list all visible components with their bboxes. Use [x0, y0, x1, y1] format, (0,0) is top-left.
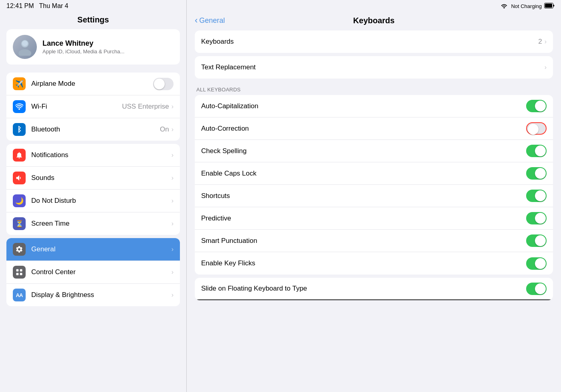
shortcuts-label: Shortcuts	[201, 192, 526, 200]
back-chevron-icon: ‹	[195, 15, 198, 26]
battery-icon	[544, 3, 555, 10]
sidebar-item-wifi[interactable]: Wi-Fi USS Enterprise ›	[6, 95, 180, 118]
svg-point-3	[22, 40, 28, 46]
auto-correction-row[interactable]: Auto-Correction	[195, 117, 553, 140]
text-replacement-group: Text Replacement ›	[195, 56, 553, 79]
keyboards-row[interactable]: Keyboards 2 ›	[195, 30, 553, 53]
sidebar-item-donotdisturb[interactable]: 🌙 Do Not Disturb ›	[6, 190, 180, 212]
notifications-icon	[13, 149, 26, 162]
smart-punctuation-toggle[interactable]	[526, 234, 547, 247]
enable-caps-lock-label: Enable Caps Lock	[201, 170, 526, 178]
profile-name: Lance Whitney	[42, 39, 125, 48]
wifi-chevron: ›	[172, 103, 174, 110]
all-keyboards-header: ALL KEYBOARDS	[195, 82, 553, 95]
profile-subtitle: Apple ID, iCloud, Media & Purcha...	[42, 48, 125, 55]
svg-rect-5	[20, 269, 22, 272]
predictive-label: Predictive	[201, 214, 526, 222]
enable-caps-lock-row[interactable]: Enable Caps Lock	[195, 162, 553, 185]
sidebar-item-screentime[interactable]: ⏳ Screen Time ›	[6, 212, 180, 235]
bluetooth-value: On	[160, 125, 169, 133]
notifications-label: Notifications	[31, 151, 172, 159]
auto-correction-toggle[interactable]	[526, 122, 547, 135]
auto-capitalization-row[interactable]: Auto-Capitalization	[195, 95, 553, 117]
slide-floating-keyboard-group: Slide on Floating Keyboard to Type	[195, 278, 553, 300]
sidebar-item-notifications[interactable]: Notifications ›	[6, 144, 180, 167]
donotdisturb-icon: 🌙	[13, 194, 26, 207]
enable-key-flicks-row[interactable]: Enable Key Flicks	[195, 252, 553, 275]
avatar	[13, 35, 37, 59]
general-chevron: ›	[172, 246, 174, 253]
svg-point-1	[18, 49, 31, 56]
sounds-label: Sounds	[31, 174, 172, 182]
wifi-value: USS Enterprise	[122, 103, 169, 111]
sidebar-item-general[interactable]: General ›	[6, 238, 180, 261]
donotdisturb-label: Do Not Disturb	[31, 197, 172, 205]
battery-status: Not Charging	[511, 3, 555, 10]
screentime-icon: ⏳	[13, 217, 26, 230]
controlcenter-icon	[13, 266, 26, 279]
wifi-icon	[13, 100, 26, 113]
smart-punctuation-label: Smart Punctuation	[201, 237, 526, 245]
displaybrightness-icon: AA	[13, 289, 26, 301]
sidebar-item-bluetooth[interactable]: ᛒ Bluetooth On ›	[6, 118, 180, 141]
auto-capitalization-toggle[interactable]	[526, 100, 547, 112]
sounds-icon	[13, 172, 26, 184]
enable-key-flicks-toggle[interactable]	[526, 257, 547, 270]
check-spelling-row[interactable]: Check Spelling	[195, 140, 553, 162]
slide-floating-keyboard-label: Slide on Floating Keyboard to Type	[201, 285, 526, 293]
settings-group-general: General › Control Center › AA Display & …	[6, 238, 180, 306]
airplane-icon: ✈️	[13, 77, 26, 90]
check-spelling-label: Check Spelling	[201, 147, 526, 155]
sounds-chevron: ›	[172, 174, 174, 182]
all-keyboards-group: Auto-Capitalization Auto-Correction Chec…	[195, 95, 553, 275]
shortcuts-toggle[interactable]	[526, 190, 547, 202]
profile-info: Lance Whitney Apple ID, iCloud, Media & …	[42, 39, 125, 55]
keyboards-value: 2	[538, 38, 542, 46]
controlcenter-label: Control Center	[31, 268, 172, 276]
text-replacement-row[interactable]: Text Replacement ›	[195, 56, 553, 79]
general-icon	[13, 243, 26, 256]
shortcuts-row[interactable]: Shortcuts	[195, 185, 553, 207]
sidebar-item-controlcenter[interactable]: Control Center ›	[6, 261, 180, 284]
sidebar-item-sounds[interactable]: Sounds ›	[6, 167, 180, 190]
keyboards-label: Keyboards	[201, 38, 538, 46]
sidebar-item-displaybrightness[interactable]: AA Display & Brightness ›	[6, 284, 180, 306]
status-bar: 12:41 PM Thu Mar 4	[0, 0, 186, 12]
check-spelling-toggle[interactable]	[526, 145, 547, 157]
displaybrightness-chevron: ›	[172, 291, 174, 299]
svg-rect-4	[16, 269, 19, 272]
right-content: Keyboards 2 › Text Replacement › ALL KEY…	[187, 30, 561, 392]
profile-section[interactable]: Lance Whitney Apple ID, iCloud, Media & …	[6, 29, 180, 65]
svg-rect-7	[20, 273, 22, 275]
predictive-row[interactable]: Predictive	[195, 207, 553, 230]
bluetooth-label: Bluetooth	[31, 125, 160, 133]
airplane-toggle[interactable]	[153, 78, 174, 90]
auto-correction-label: Auto-Correction	[201, 125, 526, 133]
slide-floating-keyboard-toggle[interactable]	[526, 283, 547, 295]
sidebar-item-airplane[interactable]: ✈️ Airplane Mode	[6, 73, 180, 95]
right-status-bar: Not Charging	[187, 0, 561, 12]
auto-capitalization-label: Auto-Capitalization	[201, 102, 526, 110]
bluetooth-chevron: ›	[172, 126, 174, 133]
enable-key-flicks-label: Enable Key Flicks	[201, 259, 526, 267]
smart-punctuation-row[interactable]: Smart Punctuation	[195, 230, 553, 252]
keyboards-chevron: ›	[545, 38, 547, 45]
text-replacement-label: Text Replacement	[201, 63, 545, 71]
text-replacement-chevron: ›	[545, 64, 547, 71]
back-button[interactable]: ‹ General	[195, 15, 225, 26]
notifications-chevron: ›	[172, 152, 174, 159]
screentime-label: Screen Time	[31, 220, 172, 228]
predictive-toggle[interactable]	[526, 212, 547, 224]
general-label: General	[31, 245, 172, 253]
settings-group-connectivity: ✈️ Airplane Mode Wi-Fi USS Enterprise › …	[6, 73, 180, 141]
left-panel: 12:41 PM Thu Mar 4 Settings Lance Whitne…	[0, 0, 187, 392]
right-panel: Not Charging ‹ General Keyboards Keyboar…	[187, 0, 561, 392]
page-title: Keyboards	[353, 16, 394, 25]
keyboards-group: Keyboards 2 ›	[195, 30, 553, 53]
slide-floating-keyboard-row[interactable]: Slide on Floating Keyboard to Type	[195, 278, 553, 300]
wifi-label: Wi-Fi	[31, 103, 122, 111]
wifi-status-icon	[500, 3, 508, 10]
svg-rect-9	[545, 4, 552, 8]
enable-caps-lock-toggle[interactable]	[526, 167, 547, 180]
settings-group-notifications: Notifications › Sounds › 🌙 Do Not Distur…	[6, 144, 180, 235]
